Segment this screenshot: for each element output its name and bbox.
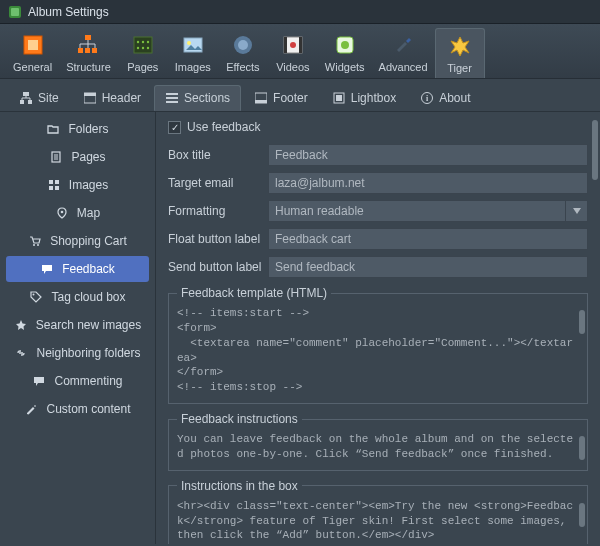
toolbar-videos-button[interactable]: Videos <box>268 28 318 78</box>
feedback-instructions-textarea[interactable]: You can leave feedback on the whole albu… <box>177 432 579 462</box>
footer-icon <box>254 91 268 105</box>
tab-sections[interactable]: Sections <box>154 85 241 111</box>
tab-label: Footer <box>273 91 308 105</box>
template-scrollbar-thumb[interactable] <box>579 310 585 334</box>
svg-rect-4 <box>85 35 91 40</box>
toolbar-label: Effects <box>226 61 259 73</box>
app-icon <box>8 5 22 19</box>
tab-about[interactable]: iAbout <box>409 85 481 111</box>
box-instructions-legend: Instructions in the box <box>177 479 302 493</box>
pages-icon <box>132 33 154 57</box>
svg-rect-46 <box>55 186 59 190</box>
svg-rect-29 <box>84 93 96 96</box>
advanced-icon <box>392 33 414 57</box>
svg-rect-36 <box>336 95 342 101</box>
toolbar-label: Pages <box>127 61 158 73</box>
feedback-panel: ✓ Use feedback Box title Target email Fo… <box>156 112 600 544</box>
svg-rect-31 <box>166 97 178 99</box>
svg-point-16 <box>187 41 191 45</box>
svg-point-9 <box>137 41 139 43</box>
tab-label: Sections <box>184 91 230 105</box>
sidebar-sections: FoldersPagesImagesMapShopping CartFeedba… <box>0 112 156 544</box>
tab-footer[interactable]: Footer <box>243 85 319 111</box>
svg-point-49 <box>37 244 39 246</box>
title-bar: Album Settings <box>0 0 600 24</box>
sidebar-item-label: Commenting <box>54 374 122 388</box>
sidebar-item-feedback[interactable]: Feedback <box>6 256 149 282</box>
sidebar-item-label: Images <box>69 178 108 192</box>
sidebar-item-search-new-images[interactable]: Search new images <box>6 312 149 338</box>
svg-rect-7 <box>92 48 97 53</box>
box-instructions-fieldset: Instructions in the box <hr><div class="… <box>168 479 588 544</box>
sidebar-item-label: Pages <box>71 150 105 164</box>
toolbar-general-button[interactable]: General <box>6 28 59 78</box>
toolbar-pages-button[interactable]: Pages <box>118 28 168 78</box>
window-title: Album Settings <box>28 5 109 19</box>
toolbar-tiger-button[interactable]: Tiger <box>435 28 485 78</box>
svg-rect-32 <box>166 101 178 103</box>
comment-icon <box>32 374 46 388</box>
cart-icon <box>28 234 42 248</box>
sidebar-item-pages[interactable]: Pages <box>6 144 149 170</box>
toolbar-label: Videos <box>276 61 309 73</box>
sidebar-item-label: Search new images <box>36 318 141 332</box>
sidebar-item-images[interactable]: Images <box>6 172 149 198</box>
svg-point-22 <box>290 42 296 48</box>
lightbox-icon <box>332 91 346 105</box>
svg-point-50 <box>33 294 35 296</box>
tab-lightbox[interactable]: Lightbox <box>321 85 407 111</box>
send-button-input[interactable] <box>268 256 588 278</box>
sub-tab-bar: SiteHeaderSectionsFooterLightboxiAbout <box>0 79 600 112</box>
formatting-label: Formatting <box>168 204 268 218</box>
sidebar-item-map[interactable]: Map <box>6 200 149 226</box>
toolbar-advanced-button[interactable]: Advanced <box>372 28 435 78</box>
tab-label: Lightbox <box>351 91 396 105</box>
instructions-scrollbar-thumb[interactable] <box>579 436 585 460</box>
general-icon <box>22 33 44 57</box>
tag-icon <box>29 290 43 304</box>
toolbar-effects-button[interactable]: Effects <box>218 28 268 78</box>
svg-rect-26 <box>20 100 24 104</box>
formatting-dropdown-button[interactable] <box>566 200 588 222</box>
svg-point-10 <box>142 41 144 43</box>
sidebar-item-custom-content[interactable]: Custom content <box>6 396 149 422</box>
sidebar-item-folders[interactable]: Folders <box>6 116 149 142</box>
structure-icon <box>77 33 99 57</box>
page-icon <box>49 150 63 164</box>
formatting-select[interactable]: Human readable <box>268 200 566 222</box>
sidebar-item-tag-cloud-box[interactable]: Tag cloud box <box>6 284 149 310</box>
svg-text:i: i <box>426 94 429 103</box>
svg-rect-44 <box>55 180 59 184</box>
box-instructions-scrollbar-thumb[interactable] <box>579 503 585 527</box>
toolbar-structure-button[interactable]: Structure <box>59 28 118 78</box>
box-instructions-textarea[interactable]: <hr><div class="text-center"><em>Try the… <box>177 499 579 544</box>
tab-header[interactable]: Header <box>72 85 152 111</box>
sidebar-item-neighboring-folders[interactable]: Neighboring folders <box>6 340 149 366</box>
float-button-input[interactable] <box>268 228 588 250</box>
use-feedback-row: ✓ Use feedback <box>168 120 588 134</box>
sidebar-item-shopping-cart[interactable]: Shopping Cart <box>6 228 149 254</box>
about-icon: i <box>420 91 434 105</box>
svg-rect-30 <box>166 93 178 95</box>
tab-site[interactable]: Site <box>8 85 70 111</box>
sidebar-item-commenting[interactable]: Commenting <box>6 368 149 394</box>
content-area: FoldersPagesImagesMapShopping CartFeedba… <box>0 112 600 544</box>
toolbar-label: Advanced <box>379 61 428 73</box>
scrollbar-thumb[interactable] <box>592 120 598 180</box>
svg-rect-21 <box>299 37 302 53</box>
svg-point-24 <box>341 41 349 49</box>
feedback-template-textarea[interactable]: <!-- items:start --> <form> <textarea na… <box>177 306 579 395</box>
use-feedback-checkbox[interactable]: ✓ <box>168 121 181 134</box>
toolbar-label: Images <box>175 61 211 73</box>
sidebar-item-label: Folders <box>68 122 108 136</box>
toolbar-images-button[interactable]: Images <box>168 28 218 78</box>
svg-point-12 <box>137 47 139 49</box>
send-button-label: Send button label <box>168 260 268 274</box>
toolbar-widgets-button[interactable]: Widgets <box>318 28 372 78</box>
target-email-input[interactable] <box>268 172 588 194</box>
svg-rect-6 <box>85 48 90 53</box>
sidebar-item-label: Feedback <box>62 262 115 276</box>
sidebar-item-label: Neighboring folders <box>36 346 140 360</box>
box-title-input[interactable] <box>268 144 588 166</box>
toolbar-label: Structure <box>66 61 111 73</box>
